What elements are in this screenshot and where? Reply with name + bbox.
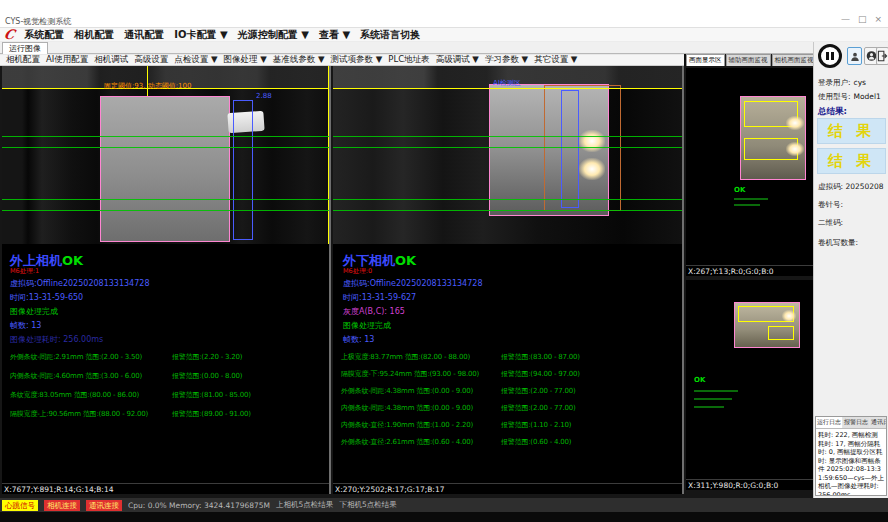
- tool-learn-params[interactable]: 学习参数 ▼: [485, 54, 528, 66]
- green-measure-line: [2, 210, 329, 211]
- window-bottom-edge: [0, 512, 888, 522]
- close-button[interactable]: ×: [874, 14, 882, 24]
- maximize-button[interactable]: □: [858, 14, 867, 24]
- virtual-code-field: 虚拟码: 20250208: [818, 182, 884, 192]
- measurement-row: 内侧条纹-间距:4.38mm 范围:(0.00 - 9.00)报警范围:(2.0…: [341, 403, 680, 413]
- green-measure-line: [2, 136, 329, 137]
- tool-advanced-debug[interactable]: 高级调试 ▼: [436, 54, 479, 66]
- threshold-overlay-text: 固定阈值:93, 动态阈值:100: [104, 81, 191, 91]
- tool-test-params[interactable]: 测试项参数 ▼: [331, 54, 383, 66]
- green-text-line: [694, 406, 724, 408]
- log-tab-run[interactable]: 运行日志: [816, 417, 842, 428]
- tab-run-image[interactable]: 运行图像: [2, 42, 48, 54]
- cpu-memory-status: Cpu: 0.0% Memory: 3424.41796875M: [128, 501, 270, 510]
- small-top-coordinate-bar: X:267;Y:13;R:0;G:0;B:0: [686, 265, 813, 276]
- left-time: 时间:13-31-59-650: [10, 292, 83, 303]
- total-result-box-2: 结 果: [817, 148, 886, 174]
- camera-view-outer-lower[interactable]: AI检测区 外下相机OK M6处理:0 虚拟码:Offline202502081…: [333, 66, 684, 494]
- window-controls: — □ ×: [841, 14, 882, 24]
- menu-comm-config[interactable]: 通讯配置: [124, 28, 164, 42]
- menu-language-switch[interactable]: 系统语言切换: [360, 28, 420, 42]
- write-count-field: 卷机写数量:: [818, 238, 858, 248]
- log-tab-bar: 运行日志 报警日志 通讯日志: [816, 417, 886, 429]
- app-logo-icon: C: [3, 29, 16, 41]
- middle-camera-image: AI检测区: [333, 66, 682, 244]
- small-view-top[interactable]: OK X:267;Y:13;R:0;G:0;B:0: [686, 68, 813, 276]
- menu-io-config[interactable]: IO卡配置 ▼: [174, 28, 227, 42]
- toolbar: 相机配置 AI使用配置 相机调试 高级设置 点检设置 ▼ 图像处理 ▼ 基准线参…: [0, 54, 684, 66]
- panel-button-row: [816, 44, 887, 70]
- exit-door-icon: [877, 50, 888, 62]
- tool-baseline-params[interactable]: 基准线参数 ▼: [273, 54, 325, 66]
- middle-camera-ok-status: OK: [395, 253, 416, 268]
- tool-image-processing[interactable]: 图像处理 ▼: [224, 54, 267, 66]
- tool-camera-config[interactable]: 相机配置: [6, 54, 40, 66]
- tool-spotcheck-settings[interactable]: 点检设置 ▼: [174, 54, 217, 66]
- left-virtual-code: 虚拟码:Offline20250208133134728: [10, 278, 149, 289]
- yellow-baseline: [333, 88, 682, 89]
- pause-button[interactable]: [818, 44, 842, 68]
- yellow-roi-box: [768, 326, 794, 340]
- minitab-camera-monitor[interactable]: 相机画面监视: [772, 54, 817, 66]
- small-bottom-coordinate-bar: X:311;Y:980;R:0;G:0;B:0: [686, 479, 813, 490]
- measurement-row: 外侧条纹-间距:2.91mm 范围:(2.00 - 3.50)报警范围:(2.2…: [10, 352, 327, 362]
- green-measure-line: [2, 199, 329, 200]
- blue-roi-box: [561, 90, 579, 208]
- exit-button[interactable]: [876, 47, 888, 65]
- menu-view[interactable]: 查看 ▼: [319, 28, 350, 42]
- minitab-display-area[interactable]: 画面显示区: [686, 54, 725, 66]
- tab-row: 运行图像: [0, 42, 813, 54]
- log-text[interactable]: 耗时: 222, 画幅检测耗时: 17, 画幅分隔耗时: 0, 画幅提取分区耗时…: [816, 429, 886, 496]
- login-user-field: 登录用户:cys: [818, 78, 866, 88]
- log-tab-alarm[interactable]: 报警日志: [843, 417, 869, 428]
- right-control-panel: 登录用户:cys 使用型号:Model1 总结果: 结 果 结 果 虚拟码: 2…: [813, 42, 888, 498]
- left-camera-ok-status: OK: [62, 253, 83, 268]
- log-tab-comm[interactable]: 通讯日志: [870, 417, 887, 428]
- camera-view-outer-upper[interactable]: 固定阈值:93, 动态阈值:100 2.88 外上相机OK M6处理:1 虚拟码…: [2, 66, 331, 494]
- tool-plc-address[interactable]: PLC地址表: [388, 54, 429, 66]
- green-text-line: [694, 390, 738, 392]
- tool-ai-config[interactable]: AI使用配置: [46, 54, 88, 66]
- tool-advanced-settings[interactable]: 高级设置: [134, 54, 168, 66]
- green-text-line: [734, 204, 760, 206]
- measurement-row: 外侧条纹-直径:2.61mm 范围:(0.60 - 4.00)报警范围:(0.6…: [341, 437, 680, 447]
- tool-other-settings[interactable]: 其它设置 ▼: [534, 54, 577, 66]
- ai-region-label: AI检测区: [493, 78, 521, 88]
- upper-camera-check-result[interactable]: 上相机5点检结果: [276, 500, 333, 510]
- left-process-done: 图像处理完成: [10, 306, 58, 317]
- log-panel: 运行日志 报警日志 通讯日志 耗时: 222, 画幅检测耗时: 17, 画幅分隔…: [815, 416, 887, 496]
- detected-part-region: [100, 96, 230, 242]
- minitab-aux-monitor[interactable]: 辅助画面监视: [726, 54, 771, 66]
- green-measure-line: [333, 210, 682, 211]
- total-result-box-1: 结 果: [817, 118, 886, 144]
- tool-camera-debug[interactable]: 相机调试: [94, 54, 128, 66]
- menu-camera-config[interactable]: 相机配置: [74, 28, 114, 42]
- bright-spot: [782, 310, 796, 322]
- heartbeat-status-badge: 心跳信号: [2, 500, 38, 511]
- model-value: Model1: [854, 92, 881, 101]
- qr-code-field: 二维码:: [818, 218, 843, 228]
- middle-virtual-code: 虚拟码:Offline20250208133134728: [343, 278, 482, 289]
- measurement-row: 条纹宽度:83.05mm 范围:(80.00 - 86.00)报警范围:(81.…: [10, 390, 327, 400]
- user-login-button[interactable]: [847, 47, 862, 65]
- green-text-line: [694, 398, 732, 400]
- comm-connect-badge: 通讯连接: [86, 500, 122, 511]
- camera-connect-badge: 相机连接: [44, 500, 80, 511]
- middle-process-done: 图像处理完成: [343, 320, 391, 331]
- middle-pixel-coordinate-bar: X:270;Y:2502;R:17;G:17;B:17: [333, 483, 682, 494]
- user-icon: [850, 51, 860, 62]
- measurement-row: 上极宽度:83.77mm 范围:(82.00 - 88.00)报警范围:(83.…: [341, 352, 680, 362]
- bright-spot: [579, 130, 605, 152]
- minimize-button[interactable]: —: [841, 14, 850, 24]
- lower-camera-check-result[interactable]: 下相机5点检结果: [339, 500, 396, 510]
- middle-frame-count: 帧数: 13: [343, 334, 374, 345]
- measurement-row: 隔膜宽度-上:90.56mm 范围:(88.00 - 92.00)报警范围:(8…: [10, 409, 327, 419]
- measurement-row: 外侧条纹-间距:4.38mm 范围:(0.00 - 9.00)报警范围:(2.0…: [341, 386, 680, 396]
- menu-system-config[interactable]: 系统配置: [24, 28, 64, 42]
- small-view-bottom[interactable]: OK X:311;Y:980;R:0;G:0;B:0: [686, 280, 813, 490]
- window-title: CYS-视觉检测系统: [5, 16, 71, 27]
- measurement-row: 内侧条纹-直径:1.90mm 范围:(1.00 - 2.20)报警范围:(1.1…: [341, 420, 680, 430]
- left-elapsed: 图像处理耗时: 256.00ms: [10, 334, 103, 345]
- middle-gray-value: 灰度A(B,C): 165: [343, 306, 405, 317]
- menu-light-config[interactable]: 光源控制配置 ▼: [238, 28, 309, 42]
